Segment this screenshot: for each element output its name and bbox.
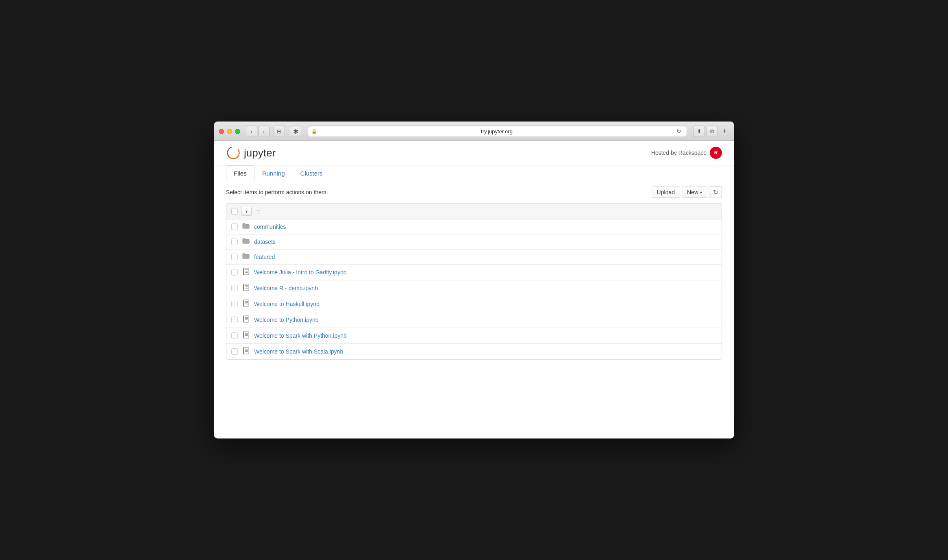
reload-button[interactable]: ↻ xyxy=(674,127,683,136)
folder-icon xyxy=(242,223,250,229)
list-item[interactable]: featured xyxy=(226,250,722,265)
reload-icon: ↻ xyxy=(676,128,681,135)
file-checkbox[interactable] xyxy=(231,269,238,276)
notebook-icon xyxy=(242,331,250,340)
tab-clusters[interactable]: Clusters xyxy=(293,165,330,181)
rackspace-initial: R xyxy=(714,150,718,156)
back-icon: ‹ xyxy=(251,128,252,135)
list-item[interactable]: Welcome Julia - Intro to Gadfly.ipynb xyxy=(226,265,722,280)
list-item[interactable]: Welcome to Spark with Python.ipynb xyxy=(226,328,722,344)
svg-rect-13 xyxy=(243,300,244,306)
file-name[interactable]: Welcome to Python.ipynb xyxy=(254,317,319,323)
hosted-by: Hosted by Rackspace R xyxy=(651,147,722,159)
file-name[interactable]: Welcome Julia - Intro to Gadfly.ipynb xyxy=(254,269,346,276)
home-icon[interactable]: ⌂ xyxy=(257,208,261,215)
folder-icon xyxy=(242,253,250,261)
file-checkbox[interactable] xyxy=(231,317,238,323)
file-rows: communities datasets featured Welcome Ju… xyxy=(226,219,722,359)
jupyter-header: jupyter Hosted by Rackspace R xyxy=(214,141,734,165)
extensions-button[interactable]: ✱ xyxy=(290,126,301,137)
file-name[interactable]: datasets xyxy=(254,239,276,245)
file-checkbox[interactable] xyxy=(231,332,238,339)
traffic-lights xyxy=(219,129,240,134)
new-tab-button[interactable]: + xyxy=(720,126,729,136)
notebook-icon xyxy=(242,300,250,307)
header-dropdown-icon: ▾ xyxy=(246,209,248,214)
browser-actions: ⬆ ⧉ + xyxy=(694,126,729,137)
folder-icon xyxy=(242,238,250,244)
toolbar-right: Upload New ▾ ↻ xyxy=(652,186,722,198)
sidebar-button[interactable]: ⊟ xyxy=(274,126,285,137)
jupyter-logo: jupyter xyxy=(226,145,276,160)
file-list-header: ▾ ⌂ xyxy=(226,204,722,219)
file-checkbox[interactable] xyxy=(231,348,238,355)
notebook-icon xyxy=(242,347,250,356)
share-button[interactable]: ⬆ xyxy=(694,126,705,137)
jupyter-logo-icon xyxy=(226,145,241,160)
file-name[interactable]: Welcome to Spark with Python.ipynb xyxy=(254,332,347,339)
nav-buttons: ‹ › xyxy=(246,126,270,137)
file-name[interactable]: featured xyxy=(254,254,275,260)
url-text: try.jupyter.org xyxy=(319,128,674,135)
folder-icon xyxy=(242,223,250,231)
list-item[interactable]: datasets xyxy=(226,234,722,250)
list-item[interactable]: Welcome to Spark with Scala.ipynb xyxy=(226,344,722,359)
header-dropdown-button[interactable]: ▾ xyxy=(241,207,252,216)
notebook-icon xyxy=(242,284,250,291)
lock-icon: 🔒 xyxy=(311,129,317,134)
refresh-button[interactable]: ↻ xyxy=(709,186,722,198)
minimize-button[interactable] xyxy=(227,129,232,134)
back-button[interactable]: ‹ xyxy=(246,126,257,137)
notebook-icon xyxy=(242,268,250,277)
fullscreen-icon: ⧉ xyxy=(710,128,714,135)
toolbar: Select items to perform actions on them.… xyxy=(214,181,734,203)
browser-window: ‹ › ⊟ ✱ 🔒 try.jupyter.org ↻ ⬆ ⧉ xyxy=(214,122,734,438)
svg-rect-23 xyxy=(243,332,244,338)
new-tab-icon: + xyxy=(722,127,727,136)
file-checkbox[interactable] xyxy=(231,285,238,291)
extension-icon: ✱ xyxy=(293,128,298,135)
notebook-icon xyxy=(242,315,250,323)
list-item[interactable]: communities xyxy=(226,219,722,234)
share-icon: ⬆ xyxy=(697,128,702,135)
file-name[interactable]: Welcome to Haskell.ipynb xyxy=(254,301,320,307)
list-item[interactable]: Welcome to Haskell.ipynb xyxy=(226,296,722,312)
notebook-icon xyxy=(242,347,250,354)
file-checkbox[interactable] xyxy=(231,239,238,245)
file-name[interactable]: Welcome to Spark with Scala.ipynb xyxy=(254,348,343,355)
new-button[interactable]: New ▾ xyxy=(682,187,707,198)
hosted-label: Hosted by Rackspace xyxy=(651,150,707,156)
tab-files[interactable]: Files xyxy=(226,165,254,181)
file-checkbox[interactable] xyxy=(231,254,238,260)
select-all-checkbox[interactable] xyxy=(231,208,238,215)
notebook-icon xyxy=(242,268,250,275)
toolbar-instruction: Select items to perform actions on them. xyxy=(226,189,328,195)
svg-rect-3 xyxy=(243,268,244,275)
fullscreen-button[interactable]: ⧉ xyxy=(707,126,718,137)
upload-button[interactable]: Upload xyxy=(652,187,680,198)
notebook-icon xyxy=(242,284,250,293)
list-item[interactable]: Welcome R - demo.ipynb xyxy=(226,280,722,296)
forward-button[interactable]: › xyxy=(258,126,270,137)
file-checkbox[interactable] xyxy=(231,301,238,307)
tabs-bar: Files Running Clusters xyxy=(214,165,734,181)
forward-icon: › xyxy=(263,128,265,135)
svg-rect-28 xyxy=(243,347,244,354)
folder-icon xyxy=(242,253,250,259)
file-checkbox[interactable] xyxy=(231,224,238,230)
maximize-button[interactable] xyxy=(235,129,240,134)
close-button[interactable] xyxy=(219,129,224,134)
notebook-icon xyxy=(242,315,250,324)
svg-rect-18 xyxy=(243,316,244,322)
notebook-icon xyxy=(242,300,250,308)
file-name[interactable]: communities xyxy=(254,224,286,230)
refresh-icon: ↻ xyxy=(713,189,718,196)
jupyter-logo-text: jupyter xyxy=(244,147,276,159)
page-content: jupyter Hosted by Rackspace R Files Runn… xyxy=(214,141,734,438)
tab-running[interactable]: Running xyxy=(254,165,293,181)
rackspace-badge: R xyxy=(710,147,722,159)
address-bar[interactable]: 🔒 try.jupyter.org ↻ xyxy=(308,126,687,137)
file-name[interactable]: Welcome R - demo.ipynb xyxy=(254,285,318,291)
new-label: New xyxy=(687,189,698,195)
list-item[interactable]: Welcome to Python.ipynb xyxy=(226,312,722,328)
